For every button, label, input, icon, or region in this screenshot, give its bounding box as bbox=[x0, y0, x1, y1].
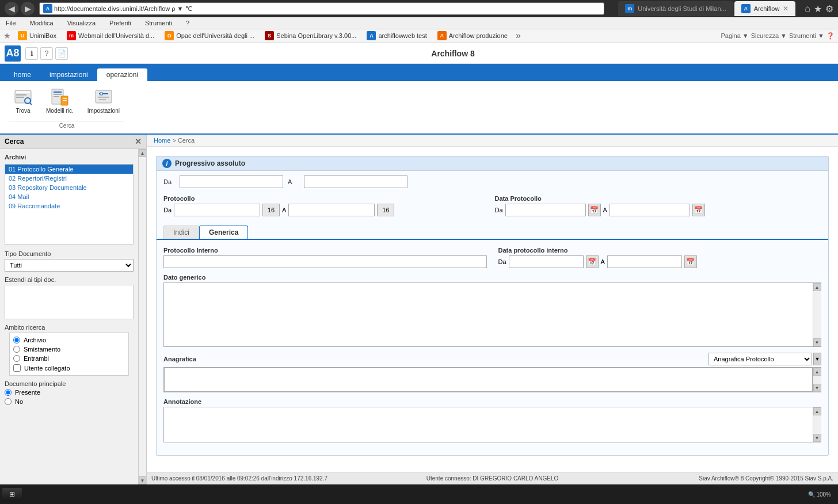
annotazione-textarea[interactable] bbox=[164, 407, 813, 442]
address-bar[interactable]: A http://documentale.divsi.unimi.it/Arch… bbox=[39, 2, 604, 15]
ambito-smistamento[interactable]: Smistamento bbox=[13, 346, 125, 353]
protocollo-interno-input[interactable] bbox=[163, 255, 487, 268]
archive-item-01[interactable]: 01 Protocollo Generale bbox=[5, 165, 133, 174]
breadcrumb-current: Cerca bbox=[178, 137, 195, 144]
estendi-box[interactable] bbox=[5, 285, 134, 319]
breadcrumb-home-link[interactable]: Home bbox=[154, 137, 170, 144]
ribbon-group-label: Cerca bbox=[9, 121, 124, 129]
bk-label-webmail: Webmail dell'Università d... bbox=[78, 32, 154, 39]
utente-collegato-checkbox[interactable] bbox=[13, 364, 21, 372]
ambito-archivio-radio[interactable] bbox=[13, 337, 20, 343]
dato-generico-textarea[interactable] bbox=[164, 283, 813, 346]
bookmark-sebina[interactable]: S Sebina OpenLibrary v.3.00... bbox=[261, 30, 360, 41]
dato-generico-scroll-down[interactable]: ▼ bbox=[813, 338, 821, 346]
menu-help[interactable]: ? bbox=[184, 18, 192, 28]
start-button[interactable]: ⊞ bbox=[2, 488, 22, 501]
menu-modifica[interactable]: Modifica bbox=[28, 18, 56, 28]
ribbon-btn-impostazioni[interactable]: Impostazioni bbox=[83, 86, 124, 116]
ribbon-btn-modelli[interactable]: Modelli ric. bbox=[41, 86, 78, 116]
sidebar-close-button[interactable]: ✕ bbox=[135, 137, 142, 146]
utente-collegato-item[interactable]: Utente collegato bbox=[13, 364, 125, 372]
annotazione-scroll-down[interactable]: ▼ bbox=[813, 434, 821, 442]
bookmark-webmail[interactable]: m Webmail dell'Università d... bbox=[63, 30, 158, 41]
favorites-star-icon[interactable]: ★ bbox=[814, 3, 822, 14]
doc-button[interactable]: 📄 bbox=[55, 47, 68, 60]
sidebar-scroll-track[interactable] bbox=[139, 157, 147, 476]
anagrafica-dropdown-arrow[interactable]: ▼ bbox=[813, 353, 821, 365]
ambito-archivio[interactable]: Archivio bbox=[13, 337, 125, 343]
documento-presente-radio[interactable] bbox=[5, 389, 12, 396]
anagrafica-scroll-up[interactable]: ▲ bbox=[813, 368, 821, 376]
ambito-smistamento-radio[interactable] bbox=[13, 346, 20, 353]
archive-item-09[interactable]: 09 Raccomandate bbox=[5, 201, 133, 211]
tab-generica[interactable]: Generica bbox=[199, 226, 248, 239]
protocollo-da-input[interactable] bbox=[174, 204, 260, 216]
tab-indici[interactable]: Indici bbox=[163, 226, 199, 239]
tipo-doc-select[interactable]: Tutti bbox=[5, 259, 134, 272]
ambito-entrambi[interactable]: Entrambi bbox=[13, 355, 125, 362]
documento-no-radio[interactable] bbox=[5, 398, 12, 405]
data-protocollo-da-input[interactable] bbox=[505, 204, 586, 216]
anagrafica-type-select[interactable]: Anagrafica Protocollo bbox=[709, 353, 812, 365]
nav-tab-impostazioni[interactable]: impostazioni bbox=[40, 68, 97, 81]
protocollo-a-input[interactable] bbox=[288, 204, 375, 216]
tools-menu[interactable]: Strumenti ▼ bbox=[789, 32, 824, 39]
menu-file[interactable]: File bbox=[3, 18, 18, 28]
menu-strumenti[interactable]: Strumenti bbox=[143, 18, 174, 28]
nav-tab-home[interactable]: home bbox=[5, 68, 40, 81]
info-button[interactable]: ℹ bbox=[25, 47, 38, 60]
ribbon-btn-trova[interactable]: Trova bbox=[9, 86, 37, 116]
ribbon: Trova bbox=[0, 81, 838, 135]
data-protocollo-a-input[interactable] bbox=[610, 204, 690, 216]
data-prot-interno-da-input[interactable] bbox=[509, 255, 584, 268]
menu-preferiti[interactable]: Preferiti bbox=[107, 18, 134, 28]
favicon: A bbox=[43, 4, 52, 13]
page-menu[interactable]: Pagina ▼ bbox=[721, 32, 749, 39]
bookmark-unimibox[interactable]: U UnimiBox bbox=[14, 30, 60, 41]
home-icon[interactable]: ⌂ bbox=[805, 3, 810, 14]
progressivo-title: Progressivo assoluto bbox=[175, 159, 245, 167]
documento-no-label: No bbox=[15, 398, 23, 405]
anagrafica-scroll-down[interactable]: ▼ bbox=[813, 384, 821, 392]
search-icon bbox=[14, 88, 32, 106]
scroll-down-arrow[interactable]: ▼ bbox=[139, 476, 147, 484]
dato-generico-scroll-up[interactable]: ▲ bbox=[813, 283, 821, 291]
tab-close-button[interactable]: ✕ bbox=[783, 5, 789, 13]
cal-dataprot-da-button[interactable]: 📅 bbox=[588, 204, 601, 216]
documento-no[interactable]: No bbox=[5, 398, 134, 405]
data-prot-interno-a-input[interactable] bbox=[607, 255, 682, 268]
annotazione-scroll-up[interactable]: ▲ bbox=[813, 407, 821, 415]
cal-dataprot-a-button[interactable]: 📅 bbox=[692, 204, 705, 216]
dato-generico-scroll-track[interactable] bbox=[813, 291, 821, 338]
anagrafica-input-area[interactable] bbox=[164, 368, 813, 392]
cal-protinterno-a-button[interactable]: 📅 bbox=[684, 255, 697, 268]
bookmarks-more-button[interactable]: » bbox=[516, 30, 521, 41]
anagrafica-scroll-track[interactable] bbox=[813, 376, 821, 384]
progressivo-da-input[interactable] bbox=[180, 175, 283, 188]
ambito-entrambi-label: Entrambi bbox=[24, 355, 49, 362]
bookmark-archiflowtest[interactable]: A archiflowweb test bbox=[363, 30, 430, 41]
help-app-button[interactable]: ? bbox=[40, 47, 53, 60]
settings-gear-icon[interactable]: ⚙ bbox=[825, 3, 833, 14]
ambito-entrambi-radio[interactable] bbox=[13, 355, 20, 362]
back-button[interactable]: ◀ bbox=[5, 2, 18, 16]
annotazione-scroll-track[interactable] bbox=[813, 415, 821, 434]
tab-unimi[interactable]: m Università degli Studi di Milan... bbox=[618, 1, 733, 16]
progressivo-a-input[interactable] bbox=[304, 175, 407, 188]
archive-item-03[interactable]: 03 Repository Documentale bbox=[5, 183, 133, 192]
security-menu[interactable]: Sicurezza ▼ bbox=[751, 32, 787, 39]
forward-button[interactable]: ▶ bbox=[21, 2, 35, 16]
bookmark-opac[interactable]: O Opac dell'Università degli ... bbox=[161, 30, 258, 41]
documento-presente[interactable]: Presente bbox=[5, 389, 134, 396]
bookmark-archiflowprod[interactable]: A Archiflow produzione bbox=[434, 30, 511, 41]
scroll-up-arrow[interactable]: ▲ bbox=[139, 149, 147, 157]
archive-item-04[interactable]: 04 Mail bbox=[5, 192, 133, 201]
nav-tab-operazioni[interactable]: operazioni bbox=[97, 68, 147, 81]
cal-protinterno-da-button[interactable]: 📅 bbox=[586, 255, 599, 268]
tab-archiflow[interactable]: A Archiflow ✕ bbox=[734, 1, 796, 16]
main-content: Cerca ✕ Archivi 01 Protocollo Generale 0… bbox=[0, 135, 838, 484]
menu-visualizza[interactable]: Visualizza bbox=[65, 18, 98, 28]
protocollo-a-num: 16 bbox=[377, 204, 394, 216]
archive-item-02[interactable]: 02 Repertori/Registri bbox=[5, 174, 133, 183]
help-button[interactable]: ❓ bbox=[826, 32, 835, 40]
